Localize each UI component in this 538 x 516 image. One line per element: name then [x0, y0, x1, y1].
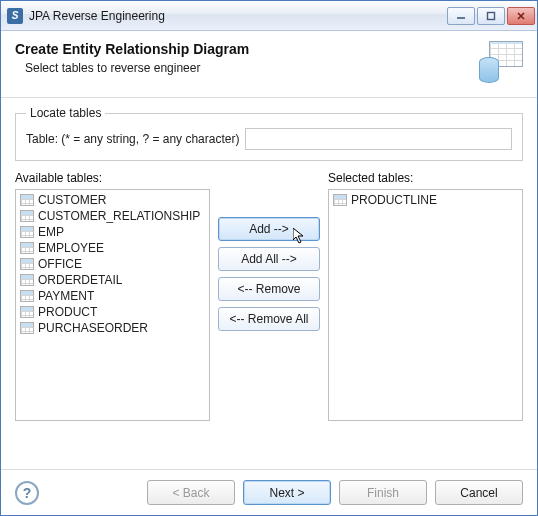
wizard-footer: ? < Back Next > Finish Cancel	[1, 469, 537, 515]
add-button-label: Add -->	[249, 222, 289, 236]
maximize-icon	[486, 11, 496, 21]
list-item[interactable]: CUSTOMER	[18, 192, 207, 208]
table-icon	[333, 194, 347, 206]
selected-column: Selected tables: PRODUCTLINE	[328, 171, 523, 421]
table-icon	[20, 306, 34, 318]
close-icon	[516, 11, 526, 21]
list-item[interactable]: PURCHASEORDER	[18, 320, 207, 336]
window-controls	[447, 7, 535, 25]
list-item-label: EMP	[38, 225, 64, 239]
selected-label: Selected tables:	[328, 171, 523, 185]
table-icon	[20, 226, 34, 238]
list-item[interactable]: PRODUCTLINE	[331, 192, 520, 208]
remove-all-button-label: <-- Remove All	[229, 312, 308, 326]
close-button[interactable]	[507, 7, 535, 25]
add-all-button[interactable]: Add All -->	[218, 247, 320, 271]
list-item-label: PURCHASEORDER	[38, 321, 148, 335]
list-item[interactable]: OFFICE	[18, 256, 207, 272]
cancel-button[interactable]: Cancel	[435, 480, 523, 505]
transfer-buttons: Add --> Add All --> <-- Remove <-- Remov…	[218, 171, 320, 331]
filter-input[interactable]	[245, 128, 512, 150]
remove-all-button[interactable]: <-- Remove All	[218, 307, 320, 331]
finish-button-label: Finish	[367, 486, 399, 500]
content-area: Locate tables Table: (* = any string, ? …	[1, 98, 537, 469]
transfer-lists: Available tables: CUSTOMERCUSTOMER_RELAT…	[15, 171, 523, 459]
list-item[interactable]: ORDERDETAIL	[18, 272, 207, 288]
minimize-button[interactable]	[447, 7, 475, 25]
cancel-button-label: Cancel	[460, 486, 497, 500]
locate-legend: Locate tables	[26, 106, 105, 120]
selected-listbox[interactable]: PRODUCTLINE	[328, 189, 523, 421]
minimize-icon	[456, 11, 466, 21]
remove-button[interactable]: <-- Remove	[218, 277, 320, 301]
available-column: Available tables: CUSTOMERCUSTOMER_RELAT…	[15, 171, 210, 421]
list-item-label: ORDERDETAIL	[38, 273, 122, 287]
svg-rect-1	[488, 12, 495, 19]
table-icon	[20, 258, 34, 270]
list-item[interactable]: PRODUCT	[18, 304, 207, 320]
next-button[interactable]: Next >	[243, 480, 331, 505]
next-button-label: Next >	[269, 486, 304, 500]
add-button[interactable]: Add -->	[218, 217, 320, 241]
banner-icon	[475, 41, 523, 83]
remove-button-label: <-- Remove	[237, 282, 300, 296]
add-all-button-label: Add All -->	[241, 252, 297, 266]
table-icon	[20, 210, 34, 222]
list-item-label: PRODUCT	[38, 305, 97, 319]
list-item-label: EMPLOYEE	[38, 241, 104, 255]
table-icon	[20, 242, 34, 254]
maximize-button[interactable]	[477, 7, 505, 25]
list-item-label: CUSTOMER	[38, 193, 106, 207]
dialog-window: S JPA Reverse Engineering Create Entity …	[0, 0, 538, 516]
available-listbox[interactable]: CUSTOMERCUSTOMER_RELATIONSHIPEMPEMPLOYEE…	[15, 189, 210, 421]
help-button[interactable]: ?	[15, 481, 39, 505]
svg-marker-4	[293, 228, 303, 243]
filter-label: Table: (* = any string, ? = any characte…	[26, 132, 239, 146]
back-button-label: < Back	[172, 486, 209, 500]
back-button[interactable]: < Back	[147, 480, 235, 505]
page-title: Create Entity Relationship Diagram	[15, 41, 475, 57]
table-icon	[20, 322, 34, 334]
available-label: Available tables:	[15, 171, 210, 185]
window-title: JPA Reverse Engineering	[29, 9, 447, 23]
page-subtitle: Select tables to reverse engineer	[25, 61, 475, 75]
table-icon	[20, 290, 34, 302]
wizard-banner: Create Entity Relationship Diagram Selec…	[1, 31, 537, 98]
locate-tables-group: Locate tables Table: (* = any string, ? …	[15, 106, 523, 161]
list-item[interactable]: EMPLOYEE	[18, 240, 207, 256]
list-item-label: PAYMENT	[38, 289, 94, 303]
list-item-label: PRODUCTLINE	[351, 193, 437, 207]
list-item[interactable]: EMP	[18, 224, 207, 240]
cursor-icon	[293, 228, 309, 244]
table-icon	[20, 274, 34, 286]
list-item[interactable]: CUSTOMER_RELATIONSHIP	[18, 208, 207, 224]
titlebar: S JPA Reverse Engineering	[1, 1, 537, 31]
app-icon: S	[7, 8, 23, 24]
table-icon	[20, 194, 34, 206]
list-item-label: CUSTOMER_RELATIONSHIP	[38, 209, 200, 223]
database-cylinder-icon	[479, 57, 499, 83]
finish-button[interactable]: Finish	[339, 480, 427, 505]
list-item[interactable]: PAYMENT	[18, 288, 207, 304]
list-item-label: OFFICE	[38, 257, 82, 271]
